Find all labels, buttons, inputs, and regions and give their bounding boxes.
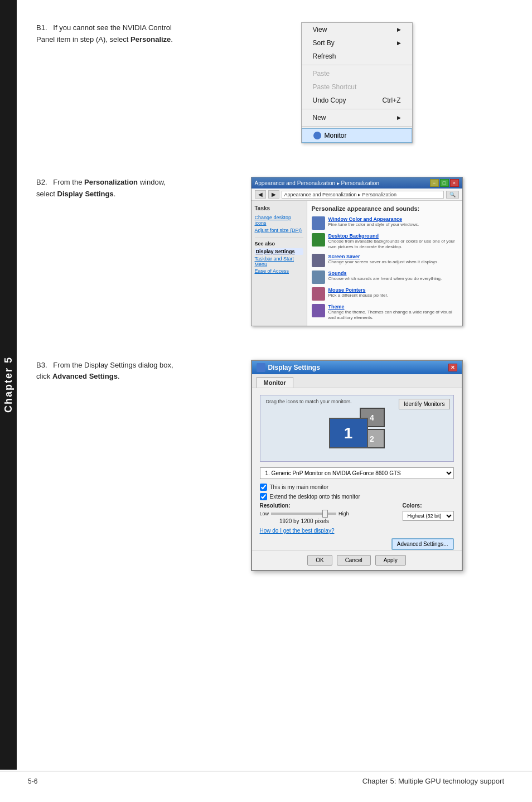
section-b1-text-part2: .	[171, 35, 173, 44]
section-b2: B2. From the Personalization window, sel…	[36, 177, 515, 326]
pers-item-desktop-bg-content: Desktop Background Choose from available…	[328, 233, 458, 250]
ds-slider-row: Low High	[260, 511, 349, 516]
chapter-tab: Chapter 5	[0, 0, 17, 770]
forward-button[interactable]: ▶	[268, 190, 279, 199]
pers-item-sounds-desc: Choose which sounds are heard when you d…	[328, 276, 458, 282]
win-title-text: Appearance and Personalization ▸ Persona…	[255, 180, 379, 186]
maximize-button[interactable]: □	[440, 179, 449, 187]
section-b2-bold2: Display Settings	[57, 190, 114, 198]
pers-item-desktop-bg-desc: Choose from available backgrounds or col…	[328, 239, 458, 250]
footer-page-number: 5-6	[28, 777, 37, 785]
sidebar-title: Tasks	[255, 205, 303, 211]
win-main-title: Personalize appearance and sounds:	[312, 205, 458, 212]
screen-saver-icon	[312, 254, 325, 267]
pers-item-window-color-title[interactable]: Window Color and Appearance	[328, 216, 458, 222]
context-menu-view[interactable]: View	[302, 23, 412, 36]
monitor-1-number: 1	[344, 424, 353, 442]
page-footer: 5-6 Chapter 5: Multiple GPU technology s…	[0, 771, 532, 791]
ds-best-display-link[interactable]: How do I get the best display?	[260, 528, 454, 534]
pers-item-desktop-bg: Desktop Background Choose from available…	[312, 233, 458, 250]
pers-item-sounds-content: Sounds Choose which sounds are heard whe…	[328, 270, 458, 282]
win-titlebar-buttons: − □ ×	[430, 179, 459, 187]
separator-3	[302, 126, 412, 127]
monitor-4-number: 4	[370, 413, 374, 422]
context-menu-refresh[interactable]: Refresh	[302, 50, 412, 63]
context-menu-refresh-label: Refresh	[313, 52, 336, 60]
section-b2-text-part1: From the	[53, 178, 84, 186]
see-also-ease-access[interactable]: Ease of Access	[255, 268, 303, 274]
ds-colors-select[interactable]: Highest (32 bit)	[403, 511, 454, 521]
tab-monitor[interactable]: Monitor	[257, 377, 293, 388]
ds-titlebar-left: Display Settings	[257, 363, 320, 372]
pers-item-sounds: Sounds Choose which sounds are heard whe…	[312, 270, 458, 284]
back-button[interactable]: ◀	[255, 190, 266, 199]
ds-colors-area: Colors: Highest (32 bit)	[403, 503, 454, 521]
ds-body: Drag the icons to match your monitors. I…	[252, 388, 462, 545]
address-bar[interactable]: Appearance and Personalization ▸ Persona…	[282, 191, 444, 199]
context-menu-new[interactable]: New	[302, 111, 412, 124]
ds-resolution-label: Resolution:	[260, 503, 349, 509]
context-menu-undo-copy[interactable]: Undo Copy Ctrl+Z	[302, 94, 412, 107]
chapter-tab-text: Chapter 5	[3, 356, 14, 413]
ds-monitor-area: Drag the icons to match your monitors. I…	[260, 395, 454, 462]
pers-item-theme-title[interactable]: Theme	[328, 304, 458, 310]
context-menu: View Sort By Refresh Paste Paste Shortcu…	[301, 22, 413, 143]
pers-item-desktop-bg-title[interactable]: Desktop Background	[328, 233, 458, 239]
context-menu-sortby[interactable]: Sort By	[302, 36, 412, 50]
win-titlebar: Appearance and Personalization ▸ Persona…	[252, 177, 462, 189]
search-button[interactable]: 🔍	[446, 191, 459, 199]
ds-resolution-row: Resolution: Low High 1920 by 1200 pixels	[260, 503, 454, 524]
see-also: See also Display Settings Taskbar and St…	[255, 238, 303, 274]
ds-resolution-slider[interactable]	[271, 513, 336, 515]
pers-item-window-color: Window Color and Appearance Fine-tune th…	[312, 216, 458, 230]
ds-footer: OK Cancel Apply	[252, 550, 462, 570]
ds-drag-label: Drag the icons to match your monitors.	[266, 399, 352, 404]
ds-close-button[interactable]: ✕	[448, 364, 457, 371]
section-b1: B1. If you cannot see the NVIDIA Control…	[36, 22, 515, 143]
section-b3-bold: Advanced Settings	[52, 372, 118, 380]
context-menu-new-label: New	[313, 114, 326, 122]
ds-apply-button[interactable]: Apply	[375, 555, 406, 566]
checkbox-extend-label: Extend the desktop onto this monitor	[270, 494, 360, 500]
ds-cancel-button[interactable]: Cancel	[337, 555, 371, 566]
context-menu-paste-shortcut: Paste Shortcut	[302, 80, 412, 94]
monitor-group: 1 4 2	[329, 408, 385, 448]
context-menu-sortby-label: Sort By	[313, 39, 335, 47]
section-b2-text: B2. From the Personalization window, sel…	[36, 177, 181, 200]
checkbox-extend[interactable]	[260, 493, 267, 500]
close-button[interactable]: ×	[450, 179, 459, 187]
window-color-icon	[312, 216, 325, 230]
pers-item-screen-saver-content: Screen Saver Change your screen saver as…	[328, 254, 458, 265]
ds-titlebar: Display Settings ✕	[252, 361, 462, 374]
section-b3-label: B3.	[36, 361, 47, 369]
pers-item-mouse-title[interactable]: Mouse Pointers	[328, 287, 458, 293]
separator-1	[302, 65, 412, 65]
ds-title-text: Display Settings	[268, 364, 320, 371]
context-menu-undo-copy-label: Undo Copy	[313, 96, 346, 104]
ds-checkbox-main-monitor: This is my main monitor	[260, 484, 454, 491]
pers-item-sounds-title[interactable]: Sounds	[328, 270, 458, 276]
sounds-icon	[312, 270, 325, 284]
section-b1-label: B1.	[36, 23, 47, 32]
context-menu-paste-shortcut-label: Paste Shortcut	[313, 83, 357, 91]
context-menu-undo-copy-shortcut: Ctrl+Z	[383, 96, 401, 104]
pers-item-screen-saver-title[interactable]: Screen Saver	[328, 254, 458, 259]
see-also-taskbar[interactable]: Taskbar and Start Menu	[255, 256, 303, 267]
sidebar-change-icons[interactable]: Change desktop icons	[255, 215, 303, 226]
section-b3-text-part2: .	[118, 372, 120, 380]
checkbox-main-monitor[interactable]	[260, 484, 267, 491]
ds-tabs: Monitor	[252, 374, 462, 388]
context-menu-personalize-label: Monitor	[325, 132, 400, 139]
section-b2-bold1: Personalization	[84, 178, 138, 186]
pers-item-theme: Theme Change the theme. Themes can chang…	[312, 304, 458, 321]
context-menu-personalize[interactable]: Monitor	[302, 128, 412, 143]
ds-ok-button[interactable]: OK	[307, 555, 332, 566]
pers-item-screen-saver-desc: Change your screen saver as to adjust wh…	[328, 259, 458, 265]
minimize-button[interactable]: −	[430, 179, 439, 187]
see-also-display-settings[interactable]: Display Settings	[255, 248, 303, 255]
ds-monitor-select[interactable]: 1. Generic PnP Monitor on NVIDIA GeForce…	[260, 467, 454, 479]
ds-identify-monitors-button[interactable]: Identify Monitors	[399, 399, 449, 409]
sidebar-adjust-font[interactable]: Adjust font size (DPI)	[255, 228, 303, 233]
ds-advanced-settings-button[interactable]: Advanced Settings...	[391, 538, 454, 550]
mouse-icon	[312, 287, 325, 301]
